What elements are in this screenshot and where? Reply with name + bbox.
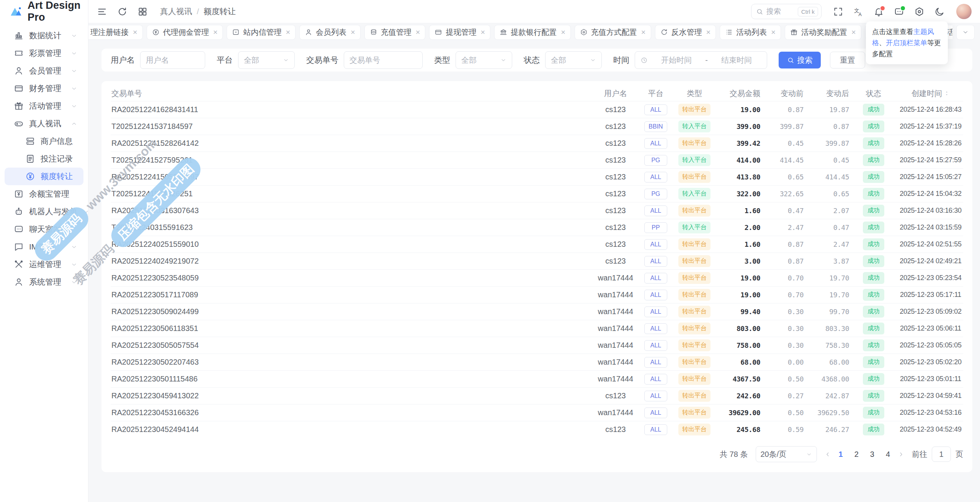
tab-item[interactable]: 活动列表× xyxy=(720,25,781,40)
table-row[interactable]: RA202512241505279497cs123ALL转出平台413.800.… xyxy=(111,168,963,185)
sidebar-item[interactable]: 彩票管理 xyxy=(5,44,83,62)
table-row[interactable]: RA202512230501115486wan17444ALL转出平台4367.… xyxy=(111,370,963,387)
table-row[interactable]: RA202512230505057554wan17444ALL转出平台758.0… xyxy=(111,337,963,354)
page-number-3[interactable]: 3 xyxy=(870,450,874,459)
tab-item[interactable]: 反水管理× xyxy=(655,25,716,40)
sidebar-item[interactable]: IM管理 xyxy=(5,238,83,256)
table-row[interactable]: T202512241504326251cs123PG转入平台322.00322.… xyxy=(111,185,963,202)
table-row[interactable]: RA202512230523548059wan17444ALL转出平台19.00… xyxy=(111,269,963,286)
settings-gear-icon[interactable] xyxy=(914,7,924,17)
cell-type: 转出平台 xyxy=(675,205,714,217)
txn-input[interactable]: 交易单号 xyxy=(344,51,423,69)
table-row[interactable]: RA202512230509024499wan17444ALL转出平台99.40… xyxy=(111,303,963,320)
table-row[interactable]: RA202512230502207463wan17444ALL转出平台68.00… xyxy=(111,354,963,370)
sidebar-item[interactable]: 聊天室28 xyxy=(5,220,83,238)
status-badge: 成功 xyxy=(863,390,884,402)
chevron-down-icon xyxy=(500,57,506,63)
collapse-menu-icon[interactable] xyxy=(97,7,107,17)
sidebar-item[interactable]: 活动管理 xyxy=(5,97,83,115)
table-row[interactable]: RA202512241628431411cs123ALL转出平台19.000.8… xyxy=(111,101,963,118)
table-row[interactable]: RA202512230452494144cs123ALL转出平台245.680.… xyxy=(111,421,963,438)
close-icon[interactable]: × xyxy=(286,28,290,36)
table-row[interactable]: T202512241527595261cs123PG转入平台414.00414.… xyxy=(111,152,963,168)
platform-select[interactable]: 全部 xyxy=(238,51,295,69)
table-row[interactable]: RA202512240251559010cs123ALL转出平台1.600.87… xyxy=(111,236,963,253)
tab-item[interactable]: 理注册链接× xyxy=(88,25,143,40)
table-row[interactable]: RA202512240316307643cs123ALL转出平台1.600.47… xyxy=(111,202,963,219)
close-icon[interactable]: × xyxy=(133,28,137,36)
cell-before: 0.70 xyxy=(760,291,804,299)
translate-icon[interactable]: 文A xyxy=(853,7,864,17)
table-row[interactable]: RA202512230453166326wan17444ALL转出平台39629… xyxy=(111,404,963,421)
page-number-1[interactable]: 1 xyxy=(839,450,843,459)
goto-page-input[interactable]: 1 xyxy=(932,447,951,462)
reset-button[interactable]: 重置 xyxy=(830,52,865,68)
sidebar-item[interactable]: 系统管理 xyxy=(5,273,83,291)
tab-item[interactable]: 充值管理× xyxy=(364,25,426,40)
time-range-picker[interactable]: 开始时间 - 结束时间 xyxy=(635,51,767,69)
sidebar-item[interactable]: 真人视讯 xyxy=(5,115,83,132)
apps-grid-icon[interactable] xyxy=(137,7,148,17)
page-number-4[interactable]: 4 xyxy=(886,450,890,459)
tooltip-separator: 、 xyxy=(879,39,886,47)
goto-page: 前往 1 页 xyxy=(912,447,963,462)
messages-icon[interactable] xyxy=(894,7,904,17)
status-select[interactable]: 全部 xyxy=(545,51,602,69)
refresh-icon[interactable] xyxy=(117,7,127,17)
close-icon[interactable]: × xyxy=(351,28,355,36)
table-row[interactable]: T202512240315591623cs123PP转入平台2.002.470.… xyxy=(111,219,963,236)
tab-item[interactable]: 活动奖励配置× xyxy=(785,25,861,40)
tab-item[interactable]: 提款银行配置× xyxy=(494,25,571,40)
type-select[interactable]: 全部 xyxy=(456,51,512,69)
table-row[interactable]: RA202512230517117089wan17444ALL转出平台19.00… xyxy=(111,286,963,303)
table-header-row: 交易单号用户名平台类型交易金额变动前变动后状态创建时间 xyxy=(111,86,963,101)
close-icon[interactable]: × xyxy=(641,28,646,36)
close-icon[interactable]: × xyxy=(851,28,856,36)
topbar-menu-link[interactable]: 开启顶栏菜单 xyxy=(886,39,927,47)
table-row[interactable]: RA202512240249219072cs123ALL转出平台3.000.87… xyxy=(111,253,963,269)
tabs-overflow-button[interactable] xyxy=(956,25,975,40)
user-avatar[interactable] xyxy=(956,4,972,19)
table-row[interactable]: T202512241537184597cs123BBIN转入平台399.0039… xyxy=(111,118,963,135)
fullscreen-icon[interactable] xyxy=(833,7,843,17)
username-input[interactable]: 用户名 xyxy=(140,51,205,69)
tab-item[interactable]: 提现管理× xyxy=(429,25,490,40)
table-row[interactable]: RA202512230506118351wan17444ALL转出平台803.0… xyxy=(111,320,963,337)
table-row[interactable]: RA202512230459413022cs123ALL转出平台242.600.… xyxy=(111,387,963,404)
sidebar-item[interactable]: 机器人与发单 xyxy=(5,203,83,220)
table-row[interactable]: RA202512241528264142cs123ALL转出平台399.420.… xyxy=(111,135,963,152)
breadcrumb-parent[interactable]: 真人视讯 xyxy=(160,6,192,17)
sidebar-item[interactable]: 数据统计 xyxy=(5,27,83,44)
type-badge: 转出平台 xyxy=(678,137,710,149)
close-icon[interactable]: × xyxy=(706,28,711,36)
notifications-bell-icon[interactable] xyxy=(874,7,884,17)
next-page-button[interactable] xyxy=(898,451,904,458)
tab-item[interactable]: 站内信管理× xyxy=(227,25,296,40)
page-size-select[interactable]: 20条/页 xyxy=(756,446,817,462)
cell-after: 242.87 xyxy=(804,392,849,400)
sidebar-item[interactable]: 商户信息 xyxy=(5,132,83,150)
close-icon[interactable]: × xyxy=(213,28,218,36)
close-icon[interactable]: × xyxy=(416,28,420,36)
close-icon[interactable]: × xyxy=(480,28,485,36)
dark-mode-moon-icon[interactable] xyxy=(934,7,945,17)
status-badge: 成功 xyxy=(863,104,884,116)
prev-page-button[interactable] xyxy=(825,451,831,458)
page-number-2[interactable]: 2 xyxy=(854,450,859,459)
close-icon[interactable]: × xyxy=(771,28,776,36)
column-header-time[interactable]: 创建时间 xyxy=(898,88,963,99)
tab-item[interactable]: 充值方式配置× xyxy=(575,25,651,40)
search-button[interactable]: 搜索 xyxy=(779,52,821,68)
tab-item[interactable]: 代理佣金管理× xyxy=(147,25,223,40)
sidebar-item[interactable]: 投注记录 xyxy=(5,150,83,168)
global-search-input[interactable]: 搜索 Ctrl k xyxy=(751,4,822,19)
sidebar-item[interactable]: 会员管理 xyxy=(5,62,83,80)
cell-id: RA202512230509024499 xyxy=(111,307,594,316)
sidebar-item[interactable]: 余额宝管理 xyxy=(5,185,83,203)
close-icon[interactable]: × xyxy=(561,28,565,36)
sidebar-item[interactable]: 财务管理 xyxy=(5,80,83,97)
cell-id: T202512240315591623 xyxy=(111,223,594,232)
sidebar-item[interactable]: 运维管理 xyxy=(5,256,83,273)
tab-item[interactable]: 会员列表× xyxy=(299,25,361,40)
sidebar-item[interactable]: 额度转让 xyxy=(5,168,83,185)
